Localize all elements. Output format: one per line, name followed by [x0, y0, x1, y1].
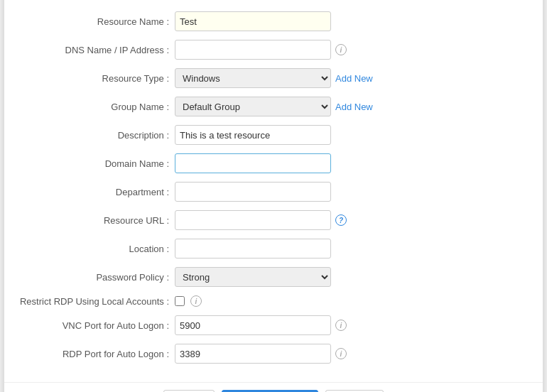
rdp-port-input[interactable]	[175, 344, 331, 364]
description-label: Description	[18, 130, 175, 141]
location-row: Location	[18, 239, 529, 258]
password-policy-label: Password Policy	[18, 272, 175, 283]
resource-type-row: Resource Type Windows Linux Mac Add New	[18, 68, 529, 88]
dns-name-label: DNS Name / IP Address	[18, 45, 175, 55]
vnc-port-row: VNC Port for Auto Logon i document.query…	[18, 315, 529, 335]
vnc-port-input[interactable]	[175, 315, 331, 335]
resource-name-row: Resource Name document.querySelector('[d…	[18, 11, 529, 31]
description-input[interactable]	[175, 125, 331, 145]
restrict-rdp-checkbox[interactable]	[175, 296, 185, 306]
resource-url-label: Resource URL	[18, 215, 175, 226]
domain-name-input[interactable]	[175, 153, 331, 173]
dialog-footer: Save Save & Proceed Cancel	[4, 382, 543, 392]
add-resource-dialog: Add Resource i × Resource Name document.…	[4, 0, 543, 392]
group-name-row: Group Name Default Group Add New	[18, 97, 529, 116]
resource-type-select[interactable]: Windows Linux Mac	[175, 68, 331, 88]
location-label: Location	[18, 244, 175, 254]
department-input[interactable]	[175, 182, 331, 202]
rdp-port-label: RDP Port for Auto Logon	[18, 349, 175, 359]
domain-name-row: Domain Name	[18, 153, 529, 173]
password-policy-row: Password Policy Strong Medium Weak	[18, 267, 529, 287]
resource-url-input[interactable]	[175, 210, 331, 230]
dns-name-row: DNS Name / IP Address i	[18, 40, 529, 60]
vnc-port-info-icon[interactable]: i	[335, 320, 347, 331]
restrict-rdp-controls: i	[175, 295, 202, 307]
resource-name-input[interactable]	[175, 11, 331, 31]
rdp-port-info-icon[interactable]: i	[335, 348, 347, 359]
domain-name-label: Domain Name	[18, 158, 175, 169]
dns-name-input[interactable]	[175, 40, 331, 60]
group-name-add-new-link[interactable]: Add New	[335, 102, 373, 112]
group-name-label: Group Name	[18, 102, 175, 112]
resource-type-label: Resource Type	[18, 73, 175, 84]
restrict-rdp-info-icon[interactable]: i	[190, 295, 202, 307]
restrict-rdp-label: Restrict RDP Using Local Accounts	[18, 296, 175, 307]
resource-type-add-new-link[interactable]: Add New	[335, 73, 373, 84]
department-row: Department	[18, 182, 529, 202]
resource-name-label: Resource Name	[18, 16, 175, 27]
resource-url-row: Resource URL ?	[18, 210, 529, 230]
dialog-body: Resource Name document.querySelector('[d…	[4, 0, 543, 379]
restrict-rdp-row: Restrict RDP Using Local Accounts i	[18, 295, 529, 307]
group-name-select[interactable]: Default Group	[175, 97, 331, 116]
rdp-port-row: RDP Port for Auto Logon i document.query…	[18, 344, 529, 364]
description-row: Description document.querySelector('[dat…	[18, 125, 529, 145]
dns-info-icon[interactable]: i	[335, 44, 347, 55]
resource-url-info-icon[interactable]: ?	[335, 214, 347, 226]
vnc-port-label: VNC Port for Auto Logon	[18, 320, 175, 331]
department-label: Department	[18, 187, 175, 197]
location-input[interactable]	[175, 239, 331, 258]
password-policy-select[interactable]: Strong Medium Weak	[175, 267, 331, 287]
